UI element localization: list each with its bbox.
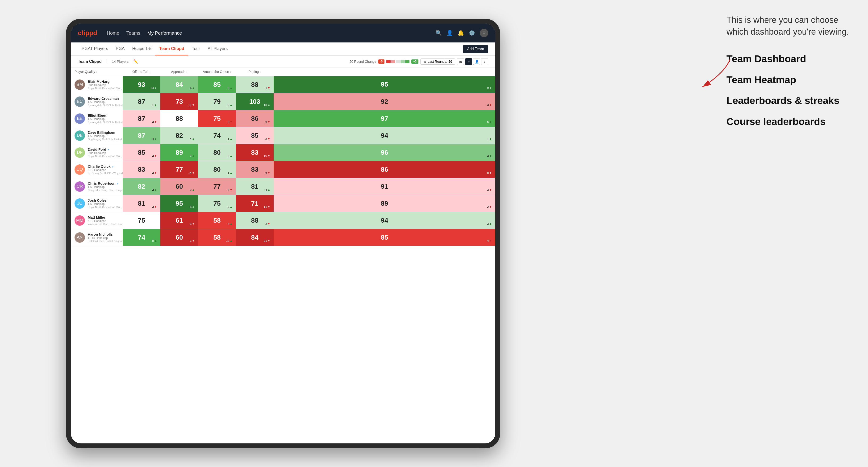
score-cell-1-4: 92 -3▼ [274,93,495,110]
player-cell-0[interactable]: BM Blair McHarg Plus Handicap Royal Nort… [71,76,123,93]
bar-green-1 [401,60,405,63]
player-cell-4[interactable]: DF David Ford ✔ Plus Handicap Royal Nort… [71,144,123,161]
chart-view-button[interactable]: 👤 [473,58,480,65]
edit-icon[interactable]: ✏️ [133,59,138,64]
player-handicap-4: Plus Handicap [88,151,125,155]
score-cell-5-4: 86 -8▼ [274,161,495,178]
score-number: 88 [251,81,258,88]
player-cell-1[interactable]: EC Edward Crossman 1-5 Handicap Sunningd… [71,93,123,110]
score-cell-7-0: 81 -3▼ [123,195,160,212]
col-approach-header[interactable]: Approach ↕ [160,67,198,76]
dashboard-options: Team DashboardTeam HeatmapLeaderboards &… [726,52,849,129]
tab-pga[interactable]: PGA [112,42,128,55]
arrow-up: ▲ [154,188,157,191]
search-icon[interactable]: 🔍 [435,30,442,36]
bell-icon[interactable]: 🔔 [458,30,464,36]
score-change: +4▲ [150,86,157,90]
score-change: 2▲ [190,188,195,191]
player-info-7: Josh Coles 1-5 Handicap Royal North Devo… [88,198,125,209]
score-cell-9-3: 84 -21▼ [236,229,274,246]
score-number: 87 [138,132,145,139]
player-handicap-0: Plus Handicap [88,84,125,87]
player-cell-5[interactable]: CQ Charlie Quick ✔ 6-10 Handicap St. Geo… [71,161,123,178]
score-box: 75 [123,212,160,229]
score-number: 86 [251,115,258,122]
arrow-down: ▼ [192,171,195,175]
score-cell-3-0: 87 4▲ [123,127,160,144]
table-container[interactable]: Player Quality ↕ Off the Tee ↕ Approach … [71,67,495,443]
player-cell-7[interactable]: JC Josh Coles 1-5 Handicap Royal North D… [71,195,123,212]
score-number: 75 [213,115,220,122]
score-number: 80 [213,166,220,173]
score-box: 88 -1▼ [236,76,274,93]
nav-link-teams[interactable]: Teams [126,30,140,37]
player-cell-9[interactable]: AN Aaron Nicholls 11-15 Handicap Drift G… [71,229,123,246]
col-offtee-header[interactable]: Off the Tee ↕ [123,67,160,76]
player-handicap-3: 1-5 Handicap [88,134,125,138]
player-avatar-5: CQ [74,164,85,175]
table-view-button[interactable]: ≡ [465,58,472,65]
score-number: 83 [138,166,145,173]
player-cell-2[interactable]: EE Elliot Ebert 1-5 Handicap Sunningdale… [71,110,123,127]
user-avatar[interactable]: U [480,29,488,37]
tab-pgat-players[interactable]: PGAT Players [78,42,112,55]
player-avatar-3: DB [74,130,85,141]
tab-team-clippd[interactable]: Team Clippd [155,42,188,55]
score-number: 81 [138,200,145,207]
tab-all-players[interactable]: All Players [204,42,231,55]
score-cell-2-1: 88 [160,110,198,127]
player-name-0: Blair McHarg [88,80,125,84]
score-number: 103 [249,98,260,105]
score-number: 85 [213,81,220,88]
add-team-button[interactable]: Add Team [463,45,488,53]
score-change: -11▼ [187,103,195,106]
player-cell-3[interactable]: DB Dave Billingham 1-5 Handicap Gog Mago… [71,127,123,144]
player-info-5: Charlie Quick ✔ 6-10 Handicap St. George… [88,164,125,175]
score-number: 93 [138,81,145,88]
score-number: 97 [381,115,388,122]
score-cell-4-0: 85 -3▼ [123,144,160,161]
tab-hcaps-1-5[interactable]: Hcaps 1-5 [128,42,155,55]
arrow-down: ▼ [267,222,270,225]
player-club-6: Craigmillar Park, United Kingdom [88,189,125,191]
score-change: -6▼ [265,120,270,124]
person-icon[interactable]: 👤 [446,30,453,36]
col-putting-header[interactable]: Putting ↕ [236,67,274,76]
score-cell-0-4: 95 9▲ [274,76,495,93]
annotation-arrow [675,57,736,90]
score-box: 58 4▲ [198,212,236,229]
arrow-up: ▲ [267,188,270,191]
table-header: Player Quality ↕ Off the Tee ↕ Approach … [71,67,495,76]
nav-link-home[interactable]: Home [106,30,119,37]
score-number: 85 [138,149,145,156]
arrow-down: ▼ [267,86,270,90]
export-button[interactable]: ↓ [481,58,488,65]
score-change: -3▼ [265,137,270,141]
arrow-down: ▼ [192,239,195,243]
player-cell-6[interactable]: CR Chris Robertson ✔ 1-5 Handicap Craigm… [71,178,123,195]
player-info-4: David Ford ✔ Plus Handicap Royal North D… [88,148,125,158]
last-rounds-button[interactable]: ⊞ Last Rounds: 20 [420,59,455,65]
settings-icon[interactable]: ⚙️ [469,30,475,36]
score-change: -3▼ [486,188,492,191]
score-box: 79 9▲ [198,93,236,110]
score-number: 75 [213,200,220,207]
score-cell-2-0: 87 -3▼ [123,110,160,127]
player-club-5: St. George's Hill GC - Weybridge - Surre… [88,172,125,175]
arrow-down: ▼ [489,239,492,243]
score-box: 91 -3▼ [274,178,495,195]
player-cell-8[interactable]: MM Matt Miller 6-10 Handicap Woburn Golf… [71,212,123,229]
arrow-up: ▲ [192,86,195,90]
score-change: -3▼ [151,120,157,124]
score-change: -2▼ [486,205,492,209]
score-change: -1▼ [265,86,270,90]
score-cell-9-2: 58 10▲ [198,229,236,246]
nav-link-my-performance[interactable]: My Performance [148,30,182,37]
player-info-9: Aaron Nicholls 11-15 Handicap Drift Golf… [88,232,124,243]
tab-tour[interactable]: Tour [188,42,204,55]
col-aroundgreen-header[interactable]: Around the Green ↕ [198,67,236,76]
score-box: 85 -3▼ [236,127,274,144]
score-box: 87 -3▼ [123,110,160,127]
arrow-up: ▲ [154,239,157,243]
grid-view-button[interactable]: ⊞ [457,58,464,65]
